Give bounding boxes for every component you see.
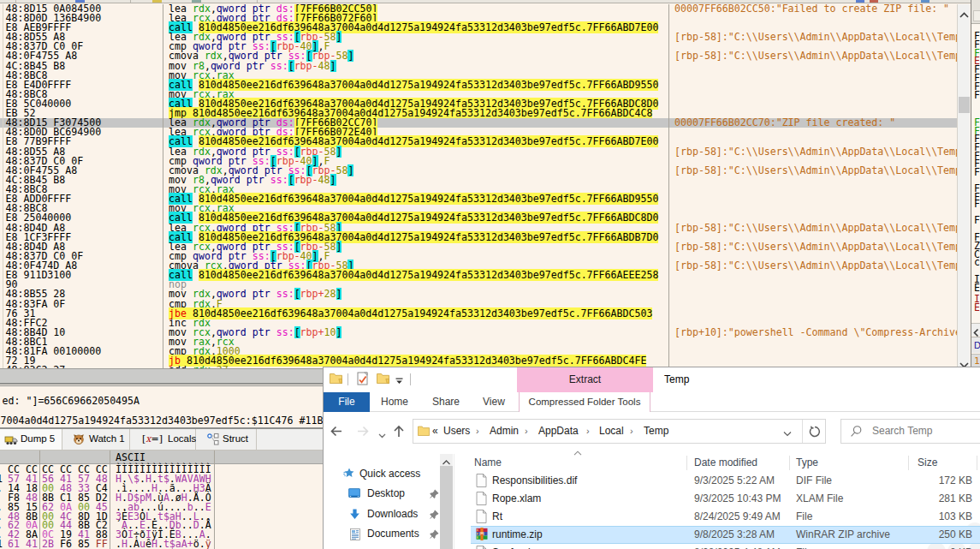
debugger-tab-dump-5[interactable]: Dump 5	[0, 429, 62, 450]
file-size: 250 KB	[906, 528, 972, 540]
disasm-row[interactable]: E8 AEB9FFFFcall 810d4850ee216df639648a37…	[0, 23, 971, 33]
breadcrumb-chevron-icon[interactable]: ›	[586, 420, 590, 443]
breadcrumb-segment[interactable]: Temp	[644, 420, 668, 443]
disasm-row[interactable]: 48:0F4755 A8cmova rdx,qword ptr ss:[rbp-…	[0, 166, 971, 176]
calling-convention-combo[interactable]: Default (x64 fastcall)	[971, 337, 980, 353]
breadcrumb-box[interactable]: «Users›Admin›AppData›Local›Temp	[413, 419, 826, 444]
register-value-sliver: c	[974, 258, 980, 266]
breadcrumb-chevron-icon[interactable]: ›	[476, 420, 479, 443]
disasm-row[interactable]: 48:FFC2inc rdx	[0, 319, 971, 328]
disasm-row[interactable]: 48:8D15 0A084500lea rdx,qword ptr ds:[7F…	[0, 4, 971, 14]
disasm-row[interactable]: 76 31jbe 810d4850ee216df639648a37004a0d4…	[0, 309, 971, 319]
disassembly-pane[interactable]: 48:8D15 0A084500lea rdx,qword ptr ds:[7F…	[0, 4, 971, 368]
column-separator[interactable]	[686, 456, 687, 470]
disasm-row[interactable]: 48:8D55 A8lea rdx,qword ptr ss:[rbp-58][…	[0, 147, 971, 157]
disasm-row[interactable]: 48:837D C0 0Fcmp qword ptr ss:[rbp-40],F	[0, 252, 971, 261]
breadcrumb-dropdown-icon[interactable]	[783, 428, 792, 440]
nav-item-downloads[interactable]: Downloads	[324, 505, 440, 523]
disasm-row[interactable]: 48:837D C0 0Fcmp qword ptr ss:[rbp-40],F	[0, 157, 971, 166]
debugger-tab-watch-1[interactable]: Watch 1	[62, 429, 130, 450]
dump-clipped-byte-fragment: .	[0, 484, 3, 493]
disasm-row[interactable]: 48:8B55 28mov rdx,qword ptr ss:[rbp+28]	[0, 289, 971, 299]
breadcrumb-collapsed-chevron[interactable]: «	[432, 420, 438, 443]
dump-row[interactable]: 161 412B F6 85 FF.H.ÀuêH.t$aA+ö.ÿ	[0, 540, 325, 549]
back-icon[interactable]	[330, 426, 342, 439]
ribbon-tab-file[interactable]: File	[324, 392, 370, 412]
column-header-date-modified[interactable]: Date modified	[694, 457, 757, 468]
contextual-group-label[interactable]: Compressed Folder Tools	[519, 392, 650, 412]
breadcrumb-segment[interactable]: Admin	[490, 420, 519, 443]
registers-hscroll-left-icon[interactable]	[971, 323, 980, 336]
qat-customize-icon[interactable]	[395, 375, 404, 387]
up-icon[interactable]	[393, 425, 405, 440]
breadcrumb-segment[interactable]: Local	[599, 420, 624, 443]
column-separator[interactable]	[977, 456, 977, 470]
disasm-row[interactable]: E8 ADD0FFFFcall 810d4850ee216df639648a37…	[0, 194, 971, 204]
column-header-type[interactable]: Type	[796, 457, 818, 468]
disasm-row[interactable]: E8 25040000call 810d4850ee216df639648a37…	[0, 213, 971, 223]
file-row-seafood[interactable]: Seafood8/28/2025 4:48 AMFile2 KB	[454, 544, 980, 549]
navigation-pane[interactable]: Quick accessDesktopDownloadsDocuments	[324, 454, 440, 549]
scrollbar-thumb[interactable]	[959, 97, 970, 113]
column-separator[interactable]	[908, 456, 909, 470]
ribbon-tab-view[interactable]: View	[483, 392, 505, 412]
column-header-name[interactable]: Name	[474, 457, 502, 468]
recent-locations-icon[interactable]	[378, 429, 386, 441]
ribbon-tab-share[interactable]: Share	[432, 392, 460, 412]
file-row-responsibilities-dif[interactable]: Responsibilities.dif9/3/2025 5:22 AMDIF …	[454, 472, 980, 490]
nav-scroll-up-icon[interactable]	[442, 457, 451, 463]
search-box[interactable]: Search Temp	[840, 419, 980, 444]
disasm-row[interactable]: 48:837D C0 0Fcmp qword ptr ss:[rbp-40],F	[0, 42, 971, 51]
disasm-row[interactable]: E8 77B9FFFFcall 810d4850ee216df639648a37…	[0, 137, 971, 146]
disasm-scrollbar[interactable]	[957, 4, 970, 368]
forward-icon[interactable]	[357, 426, 369, 439]
bytes-column-separator[interactable]	[163, 4, 163, 368]
pin-icon	[430, 510, 439, 522]
disasm-row[interactable]: 48:8D15 F3074500lea rdx,qword ptr ds:[7F…	[0, 118, 971, 128]
comments-column-separator[interactable]	[668, 4, 669, 368]
nav-scrollbar-thumb[interactable]	[440, 466, 453, 549]
breadcrumb-segment[interactable]: AppData	[538, 420, 579, 443]
breadcrumb-chevron-icon[interactable]: ›	[525, 420, 528, 443]
debugger-tab-struct[interactable]: Struct	[196, 429, 257, 450]
contextual-tab-extract[interactable]: Extract	[517, 367, 653, 392]
disasm-row[interactable]: E8 1CF3FFFFcall 810d4850ee216df639648a37…	[0, 233, 971, 242]
breadcrumb-segment[interactable]: Users	[443, 420, 470, 443]
disasm-row[interactable]: EB 52jmp 810d4850ee216df639648a37004a0d4…	[0, 109, 971, 118]
disasm-row[interactable]: 48:8BC1mov rax,rcx	[0, 337, 971, 347]
scroll-up-icon[interactable]	[959, 7, 970, 18]
refresh-icon[interactable]	[808, 425, 822, 441]
pin-icon	[430, 489, 439, 501]
file-row-runtime-zip[interactable]: runtime.zip9/8/2025 3:28 AMWinRAR ZIP ar…	[454, 526, 980, 544]
nav-item-documents[interactable]: Documents	[324, 525, 440, 543]
file-row-rt[interactable]: Rt8/24/2025 9:49 AMFile103 KB	[454, 508, 980, 526]
explorer-titlebar[interactable]: Extract Temp	[324, 367, 980, 392]
disasm-row[interactable]: 48:8D55 A8lea rdx,qword ptr ss:[rbp-58][…	[0, 33, 971, 42]
column-header-size[interactable]: Size	[918, 457, 937, 468]
nav-item-quick-access[interactable]: Quick access	[324, 465, 440, 483]
column-separator[interactable]	[789, 456, 790, 470]
nav-item-desktop[interactable]: Desktop	[324, 485, 440, 503]
dump-clipped-byte-fragment: 1	[0, 540, 3, 549]
explorer-app-folder-icon[interactable]	[330, 373, 342, 386]
disasm-row[interactable]: 72 19jb 810d4850ee216df639648a37004a0d4d…	[0, 356, 971, 366]
debugger-tab-locals[interactable]: [x=]Locals	[130, 429, 196, 450]
sort-ascending-icon[interactable]	[573, 449, 582, 457]
disasm-row[interactable]: E8 E4D0FFFFcall 810d4850ee216df639648a37…	[0, 81, 971, 90]
qat-properties-icon[interactable]	[357, 372, 369, 388]
nav-scrollbar[interactable]	[440, 454, 453, 549]
disasm-row[interactable]: 48:8D4D A8lea rcx,qword ptr ss:[rbp-58][…	[0, 242, 971, 252]
disasm-row[interactable]: 48:0F4755 A8cmova rdx,qword ptr ss:[rbp-…	[0, 51, 971, 61]
toolbar-icon-fragment	[257, 0, 258, 3]
disasm-row[interactable]: 48:8B4D 10mov rcx,qword ptr ss:[rbp+10][…	[0, 328, 971, 337]
breadcrumb-chevron-icon[interactable]: ›	[630, 420, 633, 443]
disasm-row[interactable]: E8 911D3100call 810d4850ee216df639648a37…	[0, 271, 971, 280]
file-row-rope-xlam[interactable]: Rope.xlam9/3/2025 10:43 PMXLAM File281 K…	[454, 490, 980, 508]
downloads-icon	[349, 509, 360, 522]
disasm-row[interactable]: 90nop	[0, 280, 971, 289]
disasm-row[interactable]: 4C:8B45 B8mov r8,qword ptr ss:[rbp-48]	[0, 176, 971, 185]
ribbon-tab-home[interactable]: Home	[381, 392, 408, 412]
file-list[interactable]: NameDate modifiedTypeSize Responsibiliti…	[454, 454, 980, 549]
qat-new-folder-icon[interactable]	[377, 373, 389, 386]
disasm-row[interactable]: 4C:8B45 B8mov r8,qword ptr ss:[rbp-48]	[0, 62, 971, 71]
